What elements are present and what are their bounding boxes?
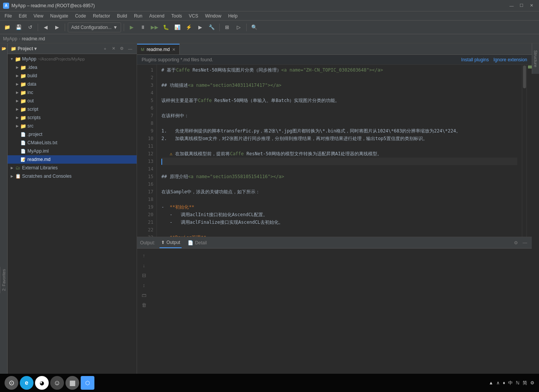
- favorites-panel-label[interactable]: 2: Favorites: [0, 267, 7, 293]
- right-gutter: [526, 65, 532, 237]
- menu-view[interactable]: View: [30, 13, 46, 19]
- tree-item-inc[interactable]: ▶ 📁 inc: [8, 88, 137, 97]
- toolbar-stop-btn[interactable]: ⏸: [138, 22, 148, 32]
- tree-item-out[interactable]: ▶ 📁 out: [8, 97, 137, 105]
- structure-panel-label[interactable]: Structure: [532, 43, 539, 74]
- menu-navigate[interactable]: Navigate: [47, 13, 71, 19]
- minimize-button[interactable]: —: [507, 2, 516, 9]
- toolbar-run3-btn[interactable]: ▷: [234, 22, 244, 32]
- add-configuration-button[interactable]: Add Configuration... ▼: [68, 22, 121, 32]
- panel-add-icon[interactable]: +: [102, 45, 108, 52]
- output-tab-detail[interactable]: 📄 Detail: [186, 237, 208, 248]
- tab-close-readme[interactable]: ✕: [172, 47, 175, 52]
- menu-build[interactable]: Build: [114, 13, 130, 19]
- taskbar-input-lang[interactable]: 简: [523, 380, 527, 386]
- menu-file[interactable]: File: [2, 13, 15, 19]
- menu-code[interactable]: Code: [72, 13, 89, 19]
- taskbar-gallery-icon[interactable]: ▦: [65, 376, 79, 390]
- tree-item-script[interactable]: ▶ 📁 script: [8, 105, 137, 113]
- toolbar-run2-btn[interactable]: ▶: [195, 22, 205, 32]
- toolbar-coverage-btn[interactable]: 📊: [172, 22, 182, 32]
- toolbar-forward-btn[interactable]: ▶: [52, 22, 62, 32]
- tree-item-project-file[interactable]: ▶ 📄 .project: [8, 130, 137, 139]
- tree-item-iml[interactable]: ▶ 📄 MyApp.iml: [8, 147, 137, 155]
- left-icon-project[interactable]: 📂: [0, 45, 7, 52]
- file-icon-cmake: 📄: [20, 140, 27, 146]
- bottom-icon-delete[interactable]: 🗑: [139, 300, 148, 309]
- taskbar-app6-icon[interactable]: ⬡: [81, 376, 94, 390]
- panel-close-icon[interactable]: ✕: [110, 45, 117, 52]
- tree-item-scripts[interactable]: ▶ 📁 scripts: [8, 113, 137, 122]
- tree-label-myapp: MyApp: [22, 56, 36, 62]
- taskbar-input-mode[interactable]: ℕ: [516, 380, 520, 386]
- breadcrumb-readme[interactable]: readme.md: [22, 36, 45, 41]
- tree-item-idea[interactable]: ▶ 📁 .idea: [8, 63, 137, 72]
- taskbar-edge-icon[interactable]: e: [20, 376, 33, 390]
- bottom-settings-icon[interactable]: ⚙: [512, 239, 520, 247]
- tree-path-myapp: ~/AscendProjects/MyApp: [38, 57, 85, 61]
- menu-refactor[interactable]: Refactor: [90, 13, 113, 19]
- panel-settings-icon[interactable]: ⚙: [118, 45, 125, 52]
- toolbar-build-btn[interactable]: ▶: [127, 22, 137, 32]
- menu-edit[interactable]: Edit: [16, 13, 30, 19]
- toolbar-search-btn[interactable]: 🔍: [249, 22, 259, 32]
- tree-item-cmake[interactable]: ▶ 📄 CMakeLists.txt: [8, 139, 137, 147]
- editor-tab-readme[interactable]: M readme.md ✕: [137, 44, 180, 54]
- bottom-icon-down[interactable]: ↓: [139, 261, 148, 270]
- menu-bar: File Edit View Navigate Code Refactor Bu…: [0, 11, 539, 21]
- editor-text-area[interactable]: # 基于Caffe ResNet-50网络实现图片分类（同步推理）<a name…: [157, 65, 522, 237]
- bottom-icon-filter[interactable]: ⊟: [139, 271, 148, 280]
- toolbar-revert-btn[interactable]: ↺: [25, 22, 35, 32]
- taskbar-chat-icon[interactable]: ☺: [50, 376, 64, 390]
- icon-external-libs: 🗂: [14, 165, 21, 171]
- menu-tools[interactable]: Tools: [168, 13, 185, 19]
- toolbar-run-btn[interactable]: ▶▶: [150, 22, 159, 32]
- taskbar-search-icon[interactable]: ⊙: [5, 376, 18, 390]
- toolbar-debug2-btn[interactable]: 🔧: [207, 22, 217, 32]
- menu-help[interactable]: Help: [225, 13, 241, 19]
- menu-ascend[interactable]: Ascend: [146, 13, 167, 19]
- maximize-button[interactable]: ☐: [517, 2, 526, 9]
- breadcrumb-myapp[interactable]: MyApp: [3, 36, 17, 41]
- scrollbar-thumb[interactable]: [523, 65, 526, 88]
- bottom-icon-up[interactable]: ↑: [139, 251, 148, 260]
- toolbar-expand-btn[interactable]: ⊞: [222, 22, 232, 32]
- toolbar-back-btn[interactable]: ◀: [41, 22, 51, 32]
- menu-run[interactable]: Run: [131, 13, 145, 19]
- tree-item-readme[interactable]: ▶ 📝 readme.md: [8, 155, 137, 164]
- tree-arrow-myapp: ▼: [9, 57, 14, 61]
- install-plugins-link[interactable]: Install plugins: [461, 57, 489, 62]
- toolbar-save-btn[interactable]: 💾: [14, 22, 24, 32]
- plugin-bar-actions: Install plugins Ignore extension: [461, 57, 527, 62]
- tree-item-data[interactable]: ▶ 📁 data: [8, 80, 137, 88]
- menu-window[interactable]: Window: [202, 13, 225, 19]
- ignore-extension-link[interactable]: Ignore extension: [493, 57, 527, 62]
- toolbar-open-btn[interactable]: 📁: [2, 22, 12, 32]
- tab-label-readme: readme.md: [147, 47, 170, 52]
- toolbar-debug-btn[interactable]: 🐛: [161, 22, 171, 32]
- close-button[interactable]: ✕: [527, 2, 536, 9]
- output-tab-output[interactable]: ⬆ Output: [159, 237, 182, 248]
- menu-vcs[interactable]: VCS: [186, 13, 201, 19]
- folder-icon-scripts: 📁: [20, 115, 27, 121]
- tree-item-build[interactable]: ▶ 📁 build: [8, 72, 137, 80]
- tree-item-src[interactable]: ▶ 📁 src: [8, 122, 137, 130]
- tree-item-external-libs[interactable]: ▶ 🗂 External Libraries: [8, 164, 137, 172]
- tree-arrow-external-libs: ▶: [9, 166, 14, 170]
- bottom-icon-db[interactable]: 🗃: [139, 290, 148, 300]
- bottom-close-icon[interactable]: —: [521, 239, 529, 247]
- tree-arrow-scripts: ▶: [14, 116, 20, 120]
- taskbar-chrome-icon[interactable]: ◕: [35, 376, 49, 390]
- taskbar-settings-icon[interactable]: ⚙: [530, 380, 534, 386]
- code-line-19: - **初始化**: [161, 203, 517, 211]
- project-panel-title[interactable]: 📁 Project ▾: [11, 46, 37, 51]
- toolbar-profile-btn[interactable]: ⚡: [184, 22, 194, 32]
- tree-item-scratches[interactable]: ▶ 📋 Scratches and Consoles: [8, 172, 137, 180]
- editor-scrollbar[interactable]: [522, 65, 526, 237]
- tree-root-myapp[interactable]: ▼ 📁 MyApp ~/AscendProjects/MyApp: [8, 55, 137, 63]
- editor-area: M readme.md ✕ Plugins supporting *.md fi…: [137, 43, 532, 237]
- taskbar-lang-zh[interactable]: 中: [508, 380, 513, 386]
- panel-minimize-icon[interactable]: —: [127, 45, 134, 52]
- bottom-icon-sort[interactable]: ↕: [139, 280, 148, 290]
- code-line-12: ⚠️ 在加载离线模型前，提前将Caffe ResNet-50网络的模型文件转换为…: [161, 150, 517, 158]
